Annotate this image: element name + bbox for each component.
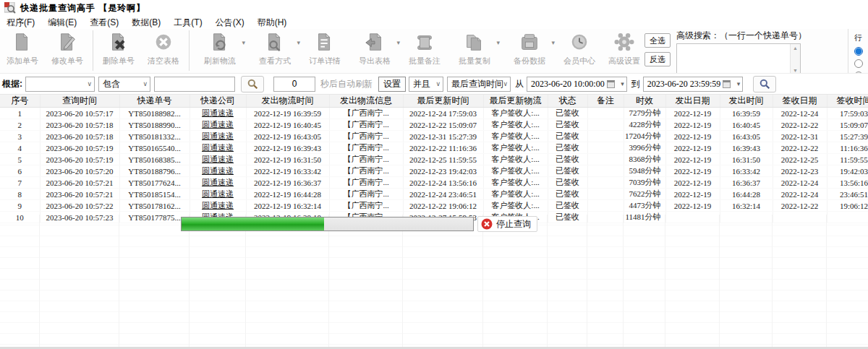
from-label: 从 bbox=[515, 78, 524, 90]
filter-keyword-input[interactable] bbox=[154, 77, 235, 92]
progress-fill bbox=[182, 217, 324, 230]
cell: 4228分钟 bbox=[624, 119, 665, 131]
column-header-3[interactable]: 快递公司 bbox=[190, 95, 246, 108]
cell: 3 bbox=[0, 131, 40, 142]
menu-item-6[interactable]: 帮助(H) bbox=[251, 17, 294, 29]
selection-buttons: 全选 反选 bbox=[644, 33, 672, 71]
filter-operator-select[interactable]: 包含∨ bbox=[98, 77, 150, 92]
logic-select[interactable]: 并且∨ bbox=[409, 77, 443, 92]
cell: 已签收 bbox=[548, 165, 587, 177]
toolbar-button-7[interactable]: ▾查看方式 bbox=[247, 30, 302, 72]
cell: 已签收 bbox=[548, 189, 587, 200]
radio-option-1[interactable] bbox=[854, 59, 863, 68]
table-row[interactable]: 92023-06-20 10:57:22YT850178162...圆通速递20… bbox=[0, 200, 868, 212]
menu-item-3[interactable]: 数据(B) bbox=[125, 17, 167, 29]
column-header-8[interactable]: 状态 bbox=[548, 95, 587, 108]
results-table-area: 序号查询时间快递单号快递公司发出物流时间发出物流信息最后更新时间最后更新物流状态… bbox=[0, 95, 868, 347]
menu-item-5[interactable]: 公告(X) bbox=[209, 17, 251, 29]
column-header-5[interactable]: 发出物流信息 bbox=[329, 95, 403, 108]
cell: 2022-12-19 bbox=[665, 108, 720, 119]
invert-selection-button[interactable]: 反选 bbox=[644, 52, 671, 66]
dropdown-arrow-icon[interactable]: ▾ bbox=[297, 39, 300, 46]
toolbar-button-6[interactable]: ▾刷新物流 bbox=[192, 30, 247, 72]
dropdown-arrow-icon[interactable]: ▾ bbox=[242, 39, 245, 46]
dropdown-arrow-icon[interactable]: ▾ bbox=[551, 39, 555, 46]
from-date-picker[interactable]: 2023-06-20 10:00:00 ▾ bbox=[527, 77, 627, 92]
column-header-6[interactable]: 最后更新时间 bbox=[403, 95, 483, 108]
toolbar-button-0[interactable]: 添加单号 bbox=[0, 30, 45, 72]
table-row[interactable]: 62023-06-20 10:57:20YT850188796...圆通速递20… bbox=[0, 165, 868, 177]
scroll-down-icon[interactable]: ▼ bbox=[793, 68, 798, 73]
toolbar-button-1[interactable]: 修改单号 bbox=[45, 30, 90, 72]
chevron-down-icon: ∨ bbox=[503, 77, 508, 91]
column-header-9[interactable]: 备注 bbox=[587, 95, 624, 108]
menu-item-0[interactable]: 程序(F) bbox=[0, 17, 41, 29]
menu-item-2[interactable]: 查看(S) bbox=[83, 17, 125, 29]
advanced-search-input[interactable] bbox=[677, 44, 788, 73]
menu-item-1[interactable]: 编辑(E) bbox=[41, 17, 83, 29]
auto-refresh-seconds-input[interactable] bbox=[273, 77, 315, 92]
toolbar-button-12[interactable]: ▾备份数据 bbox=[502, 30, 557, 72]
column-header-7[interactable]: 最后更新物流 bbox=[483, 95, 548, 108]
table-row[interactable]: 42023-06-20 10:57:19YT850165540...圆通速递20… bbox=[0, 142, 868, 154]
toolbar-button-10[interactable]: 批量备注 bbox=[402, 30, 447, 72]
doc-add-icon bbox=[12, 32, 33, 53]
cell: 16:40:45 bbox=[720, 119, 773, 131]
toolbar-button-13[interactable]: 会员中心 bbox=[557, 30, 602, 72]
cell: 客户签收人:... bbox=[483, 200, 548, 212]
cell: 客户签收人:... bbox=[483, 189, 548, 200]
cell: 圆通速递 bbox=[190, 119, 246, 131]
toolbar-button-11[interactable]: ▾批量复制 bbox=[447, 30, 502, 72]
cell: 2022-12-31 15:27:39 bbox=[403, 131, 483, 142]
time-search-button[interactable] bbox=[753, 76, 776, 92]
column-header-13[interactable]: 签收日期 bbox=[773, 95, 827, 108]
cell: 15:09:07 bbox=[827, 119, 868, 131]
toolbar-button-4[interactable]: 清空表格 bbox=[141, 30, 186, 72]
column-header-12[interactable]: 发出时间 bbox=[720, 95, 773, 108]
cell: 2022-12-19 bbox=[665, 165, 720, 177]
textarea-scrollbar[interactable]: ▲ ▼ bbox=[790, 44, 800, 74]
toolbar-button-8[interactable]: 订单详情 bbox=[302, 30, 347, 72]
scroll-icon bbox=[414, 32, 435, 53]
radio-option-0[interactable] bbox=[854, 47, 863, 56]
cell: 已签收 bbox=[548, 177, 587, 189]
table-row[interactable]: 12023-06-20 10:57:17YT850188982...圆通速递20… bbox=[0, 108, 868, 119]
column-header-4[interactable]: 发出物流时间 bbox=[246, 95, 329, 108]
cell: 7 bbox=[0, 177, 40, 189]
menu-item-4[interactable]: 工具(T) bbox=[167, 17, 208, 29]
column-header-1[interactable]: 查询时间 bbox=[40, 95, 119, 108]
table-row[interactable]: 32023-06-20 10:57:18YT850181332...圆通速递20… bbox=[0, 131, 868, 142]
table-header-row: 序号查询时间快递单号快递公司发出物流时间发出物流信息最后更新时间最后更新物流状态… bbox=[0, 95, 868, 108]
select-all-button[interactable]: 全选 bbox=[644, 33, 671, 48]
column-header-2[interactable]: 快递单号 bbox=[119, 95, 190, 108]
table-row[interactable]: 52023-06-20 10:57:19YT850168385...圆通速递20… bbox=[0, 154, 868, 165]
table-row[interactable]: 22023-06-20 10:57:18YT850188990...圆通速递20… bbox=[0, 119, 868, 131]
cell: 19:42:03 bbox=[827, 165, 868, 177]
table-row[interactable]: 72023-06-20 10:57:21YT850177624...圆通速递20… bbox=[0, 177, 868, 189]
column-header-11[interactable]: 发出日期 bbox=[665, 95, 720, 108]
column-header-14[interactable]: 签收时间 bbox=[827, 95, 868, 108]
column-header-10[interactable]: 时效 bbox=[624, 95, 665, 108]
column-header-0[interactable]: 序号 bbox=[0, 95, 40, 108]
cell: YT850165540... bbox=[119, 142, 190, 154]
stop-query-button[interactable]: 停止查询 bbox=[477, 216, 537, 232]
scroll-up-icon[interactable]: ▲ bbox=[793, 46, 798, 51]
cell: 客户签收人:... bbox=[483, 165, 548, 177]
settings-button[interactable]: 设置 bbox=[378, 77, 406, 92]
to-date-picker[interactable]: 2023-06-20 23:59:59 ▾ bbox=[643, 77, 744, 92]
dropdown-arrow-icon[interactable]: ▾ bbox=[396, 39, 400, 46]
toolbar-button-9[interactable]: ▾导出表格 bbox=[347, 30, 402, 72]
toolbar-button-3[interactable]: 删除单号 bbox=[96, 30, 141, 72]
filter-field-select[interactable]: ∨ bbox=[25, 77, 95, 92]
cell: 2022-12-19 16:33:42 bbox=[246, 165, 329, 177]
search-icon bbox=[760, 79, 770, 90]
grid-line bbox=[719, 215, 720, 347]
table-row[interactable]: 82023-06-20 10:57:21YT850185154...圆通速递20… bbox=[0, 189, 868, 200]
cell: 客户签收人:... bbox=[483, 154, 548, 165]
toolbar-button-14[interactable]: 高级设置 bbox=[602, 30, 647, 72]
time-field-select[interactable]: 最后查询时间∨ bbox=[447, 77, 511, 92]
filter-search-button[interactable] bbox=[241, 76, 264, 92]
dropdown-arrow-icon[interactable]: ▾ bbox=[496, 39, 500, 46]
toolbar-button-label: 会员中心 bbox=[557, 56, 602, 66]
cell: 2 bbox=[0, 119, 40, 131]
